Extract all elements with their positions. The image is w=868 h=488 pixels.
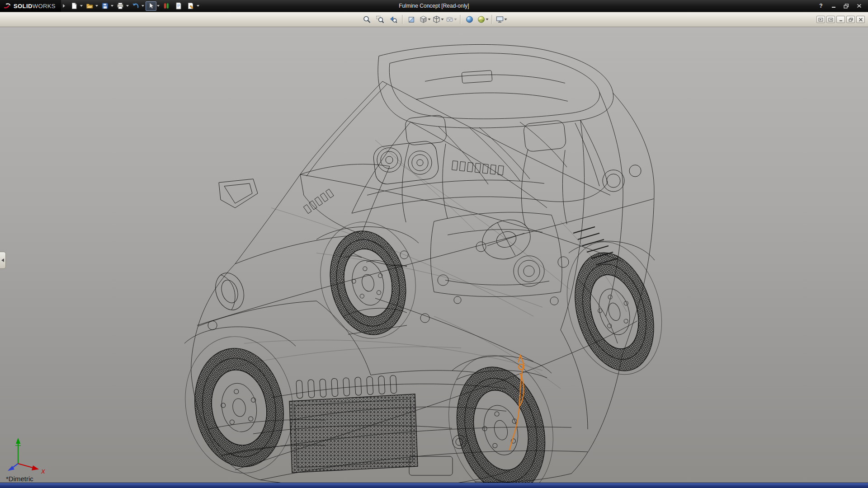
view-settings-icon <box>495 15 504 23</box>
hidden-edges <box>217 140 627 389</box>
restore-icon <box>844 4 849 9</box>
display-style-button[interactable] <box>432 14 444 25</box>
options-group <box>185 1 199 11</box>
reference-triad: X <box>5 436 48 474</box>
brand-text: SOLIDWORKS <box>14 2 56 10</box>
rebuild-button[interactable] <box>161 1 172 11</box>
display-style-icon <box>432 15 440 23</box>
toolbar-separator <box>492 15 492 24</box>
new-document-button[interactable] <box>69 1 80 11</box>
options-button[interactable] <box>185 1 196 11</box>
dropdown-caret[interactable] <box>504 19 507 20</box>
dropdown-caret[interactable] <box>441 19 443 20</box>
close-button[interactable] <box>854 2 864 10</box>
zoom-to-area-button[interactable] <box>374 14 386 25</box>
feature-manager-collapse-tab[interactable] <box>0 252 6 269</box>
file-properties-button[interactable] <box>173 1 184 11</box>
print-group <box>115 1 129 11</box>
new-document-icon <box>71 2 78 9</box>
view-settings-button[interactable] <box>495 14 507 25</box>
select-tool-button[interactable] <box>146 1 156 11</box>
zoom-to-fit-button[interactable] <box>361 14 373 25</box>
section-view-button[interactable] <box>406 14 418 25</box>
close-icon <box>857 4 862 8</box>
window-title: Fulmine Concept [Read-only] <box>399 3 469 9</box>
file-properties-group <box>173 1 184 11</box>
dropdown-caret[interactable] <box>80 5 83 7</box>
open-folder-icon <box>86 2 93 9</box>
solidworks-window: SOLIDWORKS <box>0 0 868 488</box>
apply-scene-button[interactable] <box>477 14 489 25</box>
taskbar-strip[interactable] <box>0 483 868 488</box>
wheel-rear-left[interactable] <box>321 224 415 342</box>
open-button[interactable] <box>84 1 95 11</box>
help-button[interactable]: ? <box>816 2 826 10</box>
view-orientation-icon <box>419 15 427 23</box>
section-view-icon <box>408 15 416 23</box>
dropdown-caret[interactable] <box>157 5 160 7</box>
triad-x-label: X <box>41 468 46 474</box>
view-orientation-button[interactable] <box>419 14 431 25</box>
options-icon <box>187 2 194 9</box>
print-icon <box>117 2 124 9</box>
restore-button[interactable] <box>841 2 852 10</box>
new-document-group <box>69 1 83 11</box>
rebuild-group <box>161 1 172 11</box>
brand-text-solid: SOLID <box>14 3 33 9</box>
dock-right-button[interactable] <box>826 16 835 23</box>
zoom-to-fit-icon <box>363 15 371 23</box>
solidworks-logo-icon <box>4 2 11 9</box>
dropdown-caret[interactable] <box>126 5 129 7</box>
view-toolbar-row <box>0 12 868 27</box>
dock-left-icon <box>818 18 823 22</box>
close-child-icon <box>859 18 863 22</box>
brand-text-works: WORKS <box>33 3 56 9</box>
wheel-front-right[interactable] <box>444 357 557 483</box>
save-icon <box>101 2 108 9</box>
apply-scene-icon <box>477 15 485 23</box>
close-child-button[interactable] <box>856 16 865 23</box>
minimize-child-button[interactable] <box>836 16 845 23</box>
wireframe-car-model[interactable] <box>0 27 868 483</box>
title-bar: SOLIDWORKS <box>0 0 868 12</box>
dock-right-icon <box>828 18 833 22</box>
previous-view-icon <box>389 15 397 23</box>
toolbar-expander-icon[interactable] <box>63 4 65 8</box>
edit-appearance-button[interactable] <box>464 14 476 25</box>
select-group <box>146 1 160 11</box>
front-grille[interactable] <box>289 375 418 473</box>
dropdown-caret[interactable] <box>142 5 144 7</box>
minimize-button[interactable] <box>828 2 839 10</box>
print-button[interactable] <box>115 1 126 11</box>
undo-button[interactable] <box>130 1 141 11</box>
open-group <box>84 1 98 11</box>
collapse-arrow-icon <box>1 258 5 262</box>
help-icon: ? <box>819 3 822 9</box>
hide-show-items-button[interactable] <box>445 14 457 25</box>
dock-left-button[interactable] <box>816 16 825 23</box>
dropdown-caret[interactable] <box>428 19 430 20</box>
child-window-controls <box>816 16 865 23</box>
rebuild-icon <box>163 2 170 9</box>
restore-child-icon <box>849 18 853 22</box>
file-properties-icon <box>175 2 182 9</box>
select-cursor-icon <box>147 2 155 9</box>
undo-group <box>130 1 144 11</box>
previous-view-button[interactable] <box>387 14 399 25</box>
dropdown-caret[interactable] <box>95 5 98 7</box>
zoom-to-area-icon <box>376 15 384 23</box>
heads-up-view-toolbar <box>361 14 507 25</box>
dropdown-caret[interactable] <box>454 19 457 20</box>
wheel-rear-right[interactable] <box>562 244 667 380</box>
toolbar-separator <box>460 15 461 24</box>
dropdown-caret[interactable] <box>111 5 113 7</box>
wheel-front-left[interactable] <box>186 341 293 474</box>
save-group <box>99 1 113 11</box>
minimize-child-icon <box>839 18 843 22</box>
view-orientation-label: *Dimetric <box>6 475 33 483</box>
graphics-viewport[interactable]: X *Dimetric <box>0 27 868 483</box>
restore-child-button[interactable] <box>846 16 855 23</box>
save-button[interactable] <box>99 1 110 11</box>
dropdown-caret[interactable] <box>197 5 199 7</box>
dropdown-caret[interactable] <box>486 19 488 20</box>
